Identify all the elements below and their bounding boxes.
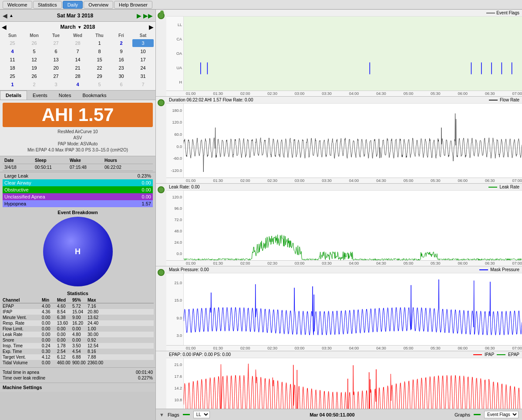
event-unclassified: Unclassified Apnea0.00 — [3, 193, 153, 200]
cal-day[interactable]: 28 — [67, 72, 88, 80]
event-flags-chart: Event Flags LL CA OA UA H — [156, 10, 522, 97]
col-wake: Wake — [70, 158, 104, 163]
pressure-chart: EPAP: 0.00 IPAP: 0.00 PS: 0.00 IPAP EPAP… — [156, 351, 522, 409]
breakdown-circle: H — [43, 217, 113, 286]
stat-row-snore: Snore0.000.000.000.92 — [2, 337, 154, 343]
cal-day[interactable]: 27 — [45, 39, 67, 47]
prev-date-button[interactable]: ◀ — [3, 12, 7, 19]
cal-day-headers: Sun Mon Tue Wed Thu Fri Sat 25 26 27 28 … — [2, 32, 154, 88]
cal-day[interactable]: 10 — [132, 47, 154, 55]
cal-day[interactable]: 18 — [2, 64, 23, 72]
cal-day[interactable]: 13 — [45, 56, 67, 64]
cal-day[interactable]: 23 — [111, 64, 132, 72]
cal-day[interactable]: 19 — [24, 64, 45, 72]
charts-panel: Event Flags LL CA OA UA H — [156, 10, 522, 420]
tab-details[interactable]: Details — [0, 91, 27, 100]
flags-text: Flags — [168, 412, 179, 417]
tab-daily[interactable]: Daily — [63, 1, 83, 9]
flow-rate-title: Duration 06:22:02 AHI 1.57 Flow Rate: 0.… — [169, 97, 253, 102]
tab-statistics[interactable]: Statistics — [33, 1, 62, 9]
cal-day[interactable]: 11 — [2, 56, 23, 64]
mask-pressure-title: Mask Pressure: 0.00 — [169, 267, 209, 272]
cal-day-selected[interactable]: 3 — [132, 39, 154, 47]
event-breakdown: Event Breakdown H — [0, 207, 155, 289]
top-nav: Welcome Statistics Daily Overview Help B… — [0, 0, 522, 10]
cal-day[interactable]: 25 — [2, 72, 23, 80]
jump-date-button[interactable]: ▶▶ — [143, 12, 153, 19]
cal-day[interactable]: 6 — [45, 47, 67, 55]
cal-header-fri: Fri — [111, 32, 132, 39]
event-clear-airway: Clear Airway0.00 — [3, 179, 153, 186]
cal-day[interactable]: 26 — [24, 72, 45, 80]
tab-overview[interactable]: Overview — [84, 1, 113, 9]
ef-label-ua: UA — [176, 66, 182, 70]
cal-day[interactable]: 5 — [24, 47, 45, 55]
cal-day[interactable]: 17 — [132, 56, 154, 64]
flags-dropdown[interactable]: LL — [193, 411, 210, 418]
cal-day[interactable]: 7 — [67, 47, 88, 55]
mask-pressure-chart: Mask Pressure: 0.00 Mask Pressure 21.015… — [156, 266, 522, 351]
cal-day[interactable]: 24 — [132, 64, 154, 72]
cal-day[interactable]: 5 — [89, 81, 110, 88]
date-navigation: ◀ ▲ Sat Mar 3 2018 ▶ ▶▶ — [0, 10, 155, 22]
cal-day[interactable]: 28 — [67, 39, 88, 47]
cal-day[interactable]: 25 — [2, 39, 23, 47]
stat-headers: ChannelMinMed95%Max — [2, 297, 154, 303]
stat-row-leakrate: Leak Rate0.000.004.8030.00 — [2, 332, 154, 337]
ef-label-h: H — [179, 80, 182, 84]
val-date: 3/4/18 — [4, 165, 35, 170]
cal-day[interactable]: 4 — [2, 47, 23, 55]
cal-day[interactable]: 4 — [67, 81, 88, 88]
flow-rate-chart: Duration 06:22:02 AHI 1.57 Flow Rate: 0.… — [156, 97, 522, 184]
tab-bookmarks[interactable]: Bookmarks — [77, 91, 112, 100]
cal-day[interactable]: 2 — [24, 81, 45, 88]
cal-day[interactable]: 15 — [89, 56, 110, 64]
cal-header-sun: Sun — [2, 32, 23, 39]
cal-day[interactable]: 12 — [24, 56, 45, 64]
cal-day[interactable]: 29 — [89, 72, 110, 80]
cal-day[interactable]: 20 — [45, 64, 67, 72]
graphs-text: Graphs — [455, 412, 470, 417]
cal-prev-button[interactable]: ◀ — [2, 24, 7, 30]
mask-pressure-time-axis: 01:0001:3002:0002:3003:0003:3004:0004:30… — [166, 345, 522, 351]
cal-header-mon: Mon — [24, 32, 45, 39]
cal-day[interactable]: 1 — [89, 39, 110, 47]
cal-day[interactable]: 2 — [111, 39, 132, 47]
cal-day[interactable]: 27 — [45, 72, 67, 80]
cal-day[interactable]: 7 — [132, 81, 154, 88]
cal-day[interactable]: 6 — [111, 81, 132, 88]
cal-day[interactable]: 22 — [89, 64, 110, 72]
cal-next-button[interactable]: ▶ — [149, 24, 154, 30]
device-info: ResMed AirCurve 10 ASV PAP Mode: ASVAuto… — [3, 129, 153, 153]
cal-day[interactable]: 30 — [111, 72, 132, 80]
tab-notes[interactable]: Notes — [53, 91, 77, 100]
next-date-button[interactable]: ▶ — [137, 12, 141, 19]
cal-year: 2018 — [84, 24, 95, 30]
cal-day[interactable]: 26 — [24, 39, 45, 47]
sleep-stats: Date Sleep Wake Hours 3/4/18 00:50:11 07… — [0, 156, 155, 172]
cal-day[interactable]: 1 — [2, 81, 23, 88]
mask-pressure-legend: Mask Pressure — [490, 267, 519, 272]
cal-day[interactable]: 16 — [111, 56, 132, 64]
cal-month-dropdown: ▼ — [77, 25, 82, 30]
cal-day[interactable]: 31 — [132, 72, 154, 80]
cal-day[interactable]: 21 — [67, 64, 88, 72]
pressure-canvas — [184, 358, 522, 409]
cal-day[interactable]: 14 — [67, 56, 88, 64]
mask-pressure-canvas — [184, 273, 522, 345]
calendar: ◀ March ▼ 2018 ▶ Sun Mon Tue Wed Thu Fri… — [0, 22, 155, 91]
tab-help[interactable]: Help Browser — [114, 1, 152, 9]
stat-row-flowlimit: Flow Limit.0.000.000.001.00 — [2, 326, 154, 332]
cal-day[interactable]: 9 — [111, 47, 132, 55]
date-label: Sat Mar 3 2018 — [15, 13, 135, 19]
event-flags-canvas — [184, 17, 522, 91]
cal-day[interactable]: 8 — [89, 47, 110, 55]
cal-day[interactable]: 3 — [45, 81, 67, 88]
ef-label-oa: OA — [176, 51, 182, 56]
leak-rate-legend: Leak Rate — [499, 185, 519, 189]
graphs-dropdown[interactable]: Event Flags — [484, 411, 519, 418]
breakdown-title: Event Breakdown — [3, 210, 153, 215]
tab-events[interactable]: Events — [27, 91, 53, 100]
tab-welcome[interactable]: Welcome — [3, 1, 32, 9]
totals-section: Total time in apnea 00:01:40 Time over l… — [0, 367, 155, 383]
